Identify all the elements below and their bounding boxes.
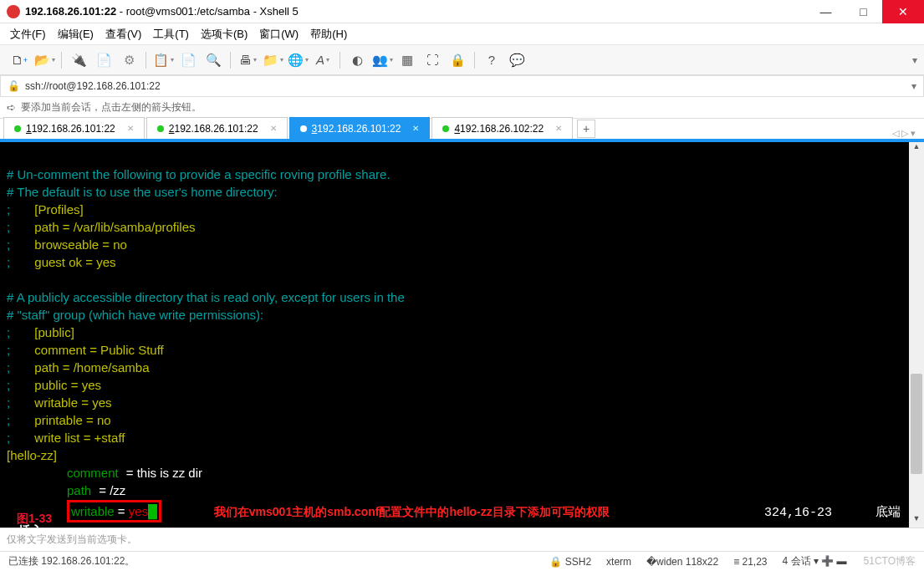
chat-icon[interactable]: 💬 <box>507 50 527 70</box>
window-title: 192.168.26.101:22 - root@vms001:/etc/sam… <box>25 5 807 18</box>
lock-icon[interactable]: 🔒 <box>447 50 467 70</box>
close-icon[interactable]: ✕ <box>127 124 134 133</box>
menu-help[interactable]: 帮助(H) <box>310 27 347 42</box>
address-dropdown-icon[interactable]: ▾ <box>911 80 916 92</box>
script-icon[interactable]: ▦ <box>397 50 417 70</box>
close-icon[interactable]: ✕ <box>555 124 562 133</box>
menu-tab[interactable]: 选项卡(B) <box>201 27 248 42</box>
disconnect-icon[interactable]: 📄 <box>94 50 114 70</box>
hint-text: 要添加当前会话，点击左侧的箭头按钮。 <box>21 100 202 115</box>
paste-icon[interactable]: 📄 <box>178 50 198 70</box>
tab-strip: 1 192.168.26.101:22✕ 2 192.168.26.101:22… <box>0 119 924 142</box>
compose-hint[interactable]: 仅将文字发送到当前选项卡。 图1-33 <box>0 528 924 551</box>
hint-bar: ➪ 要添加当前会话，点击左侧的箭头按钮。 <box>0 97 924 119</box>
new-session-icon[interactable]: 🗋+ <box>9 50 29 70</box>
close-icon[interactable]: ✕ <box>270 124 277 133</box>
status-ssh: 🔒 SSH2 <box>549 556 591 568</box>
figure-label: 图1-33 <box>17 512 52 569</box>
font-icon[interactable]: A <box>313 50 333 70</box>
address-text[interactable]: ssh://root@192.168.26.101:22 <box>25 80 911 92</box>
terminal-wrap: # Un-comment the following to provide a … <box>0 142 924 528</box>
color-icon[interactable]: ◐ <box>347 50 367 70</box>
status-size: �widen 118x22 <box>646 556 718 568</box>
hint-arrow-icon[interactable]: ➪ <box>7 101 16 114</box>
find-icon[interactable]: 🔍 <box>203 50 223 70</box>
open-icon[interactable]: 📂 <box>34 50 54 70</box>
print-icon[interactable]: 🖶 <box>237 50 258 70</box>
scroll-up-icon[interactable]: ▲ <box>909 142 924 155</box>
fullscreen-icon[interactable]: ⛶ <box>422 50 442 70</box>
properties-icon[interactable]: ⚙ <box>119 50 139 70</box>
maximize-button[interactable]: □ <box>845 0 882 23</box>
lock-small-icon: 🔓 <box>8 80 20 92</box>
menu-tools[interactable]: 工具(T) <box>153 27 189 42</box>
toolbar-overflow-icon[interactable]: ▾ <box>912 54 917 66</box>
watermark: 51CTO博客 <box>864 554 916 568</box>
status-bar: 已连接 192.168.26.101:22。 🔒 SSH2 xterm �wid… <box>0 551 924 571</box>
status-sessions: 4 会话 ▾ ➕ ▬ <box>783 554 847 568</box>
minimize-button[interactable]: — <box>807 0 845 23</box>
tab-1[interactable]: 1 192.168.26.101:22✕ <box>3 117 145 139</box>
scroll-down-icon[interactable]: ▼ <box>909 514 924 528</box>
add-tab-button[interactable]: + <box>577 120 595 138</box>
users-icon[interactable]: 👥 <box>372 50 392 70</box>
terminal[interactable]: # Un-comment the following to provide a … <box>0 142 909 528</box>
menu-window[interactable]: 窗口(W) <box>259 27 299 42</box>
scrollbar[interactable]: ▲ ▼ <box>909 142 924 528</box>
tab-4[interactable]: 4 192.168.26.102:22✕ <box>431 117 573 139</box>
menu-file[interactable]: 文件(F) <box>10 27 46 42</box>
menu-view[interactable]: 查看(V) <box>105 27 141 42</box>
globe-icon[interactable]: 🌐 <box>288 50 308 70</box>
scroll-thumb[interactable] <box>911 374 922 474</box>
copy-icon[interactable]: 📋 <box>153 50 173 70</box>
reconnect-icon[interactable]: 🔌 <box>69 50 89 70</box>
close-button[interactable]: ✕ <box>882 0 924 23</box>
toolbar: 🗋+ 📂 🔌 📄 ⚙ 📋 📄 🔍 🖶 📁 🌐 A ◐ 👥 ▦ ⛶ 🔒 ? 💬 ▾ <box>0 45 924 75</box>
status-connection: 已连接 192.168.26.101:22。 <box>8 554 534 568</box>
status-pos: ≡ 21,23 <box>733 556 767 568</box>
status-term: xterm <box>606 556 631 568</box>
app-icon <box>7 5 20 18</box>
help-icon[interactable]: ? <box>482 50 502 70</box>
tab-nav[interactable]: ◁ ▷ ▾ <box>892 128 916 139</box>
menubar: 文件(F) 编辑(E) 查看(V) 工具(T) 选项卡(B) 窗口(W) 帮助(… <box>0 23 924 45</box>
tab-3[interactable]: 3 192.168.26.101:22✕ <box>289 117 431 139</box>
close-icon[interactable]: ✕ <box>412 124 419 133</box>
address-bar[interactable]: 🔓 ssh://root@192.168.26.101:22 ▾ <box>0 75 924 97</box>
menu-edit[interactable]: 编辑(E) <box>58 27 94 42</box>
transfer-icon[interactable]: 📁 <box>263 50 283 70</box>
tab-2[interactable]: 2 192.168.26.101:22✕ <box>146 117 288 139</box>
titlebar: 192.168.26.101:22 - root@vms001:/etc/sam… <box>0 0 924 23</box>
